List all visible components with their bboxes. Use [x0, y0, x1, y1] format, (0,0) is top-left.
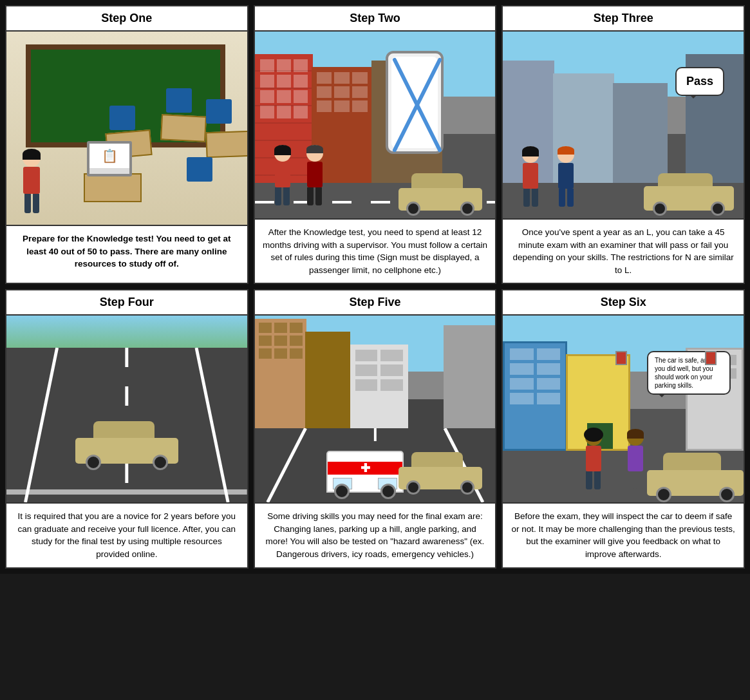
step5-image: ✚ — [255, 316, 496, 502]
desk — [205, 131, 247, 158]
cell-step3: Step Three Pass — [502, 5, 745, 284]
step2-header: Step Two — [255, 6, 496, 32]
svg-line-3 — [25, 348, 57, 502]
step3-description: Once you've spent a year as an L, you ca… — [503, 218, 744, 283]
svg-rect-5 — [6, 489, 247, 495]
chair — [166, 88, 192, 113]
car — [75, 419, 178, 464]
ambulance: ✚ — [326, 441, 404, 493]
step6-image: The car is safe, and you did well, but y… — [503, 316, 744, 502]
chair — [206, 99, 232, 124]
chair — [187, 157, 212, 182]
svg-line-4 — [196, 348, 228, 502]
step1-image: 📋 — [6, 32, 247, 225]
examiner-figure — [558, 146, 574, 207]
storyboard-grid: Step One 📋 — [0, 0, 750, 574]
building3 — [350, 345, 408, 428]
computer-desk — [84, 173, 142, 202]
cell-step4: Step Four 2 — [5, 289, 248, 568]
step4-image: 2 — [6, 316, 247, 502]
step6-description: Before the exam, they will inspect the c… — [503, 502, 744, 567]
car — [398, 175, 482, 211]
student-figure — [585, 429, 602, 489]
step5-header: Step Five — [255, 290, 496, 316]
speech-bubble: Pass — [675, 67, 724, 96]
car — [398, 454, 482, 489]
svg-line-7 — [267, 428, 305, 502]
cell-step2: Step Two — [254, 5, 497, 284]
monitor-screen: 📋 — [89, 144, 129, 168]
step1-description: Prepare for the Knowledge test! You need… — [6, 225, 247, 283]
step6-header: Step Six — [503, 290, 744, 316]
cell-step6: Step Six — [502, 289, 745, 568]
monitor: 📋 — [87, 141, 132, 176]
building1 — [255, 319, 306, 428]
step2-image — [255, 32, 496, 218]
chimney — [705, 351, 717, 365]
phone — [386, 51, 444, 154]
examiner-figure — [627, 429, 644, 489]
student-figure — [23, 149, 41, 213]
speech-bubble: The car is safe, and you did well, but y… — [647, 351, 731, 395]
desk — [160, 114, 207, 142]
building2 — [305, 332, 350, 428]
chair — [109, 106, 135, 130]
supervisor-figure — [306, 145, 323, 205]
step4-description: It is required that you are a novice for… — [6, 502, 247, 567]
step1-header: Step One — [6, 6, 247, 32]
building4 — [613, 83, 668, 183]
student-figure — [274, 145, 291, 205]
cell-step5: Step Five — [254, 289, 497, 568]
car — [647, 454, 744, 496]
building1 — [503, 341, 567, 451]
building4 — [444, 325, 495, 428]
step2-description: After the Knowledge test, you need to sp… — [255, 218, 496, 283]
student-figure — [522, 146, 539, 207]
step5-description: Some driving skills you may need for the… — [255, 502, 496, 567]
chimney — [615, 351, 627, 365]
step3-image: Pass — [503, 32, 744, 218]
car — [644, 172, 734, 211]
step4-header: Step Four — [6, 290, 247, 316]
step3-header: Step Three — [503, 6, 744, 32]
cell-step1: Step One 📋 — [5, 5, 248, 284]
